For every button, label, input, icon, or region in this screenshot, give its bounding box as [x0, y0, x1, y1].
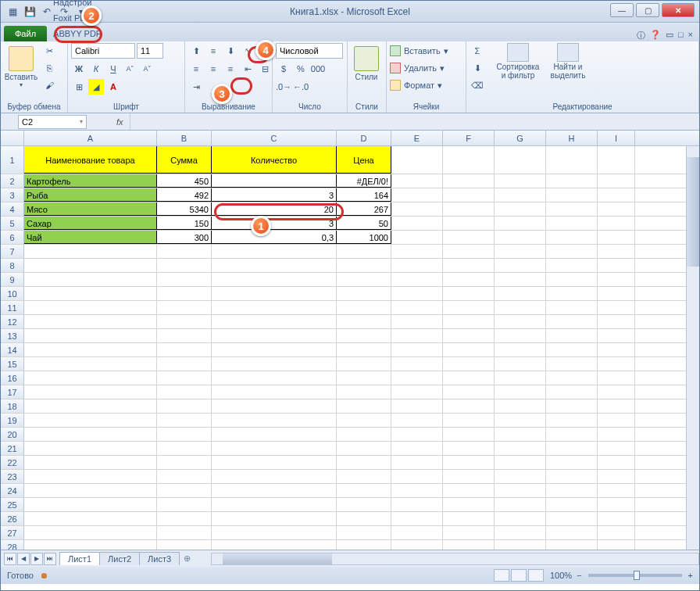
cell[interactable] — [391, 512, 443, 525]
cell[interactable] — [443, 442, 495, 455]
cell[interactable] — [337, 470, 391, 483]
new-sheet-button[interactable]: ⊕ — [179, 553, 195, 564]
cell[interactable]: 0,3 — [212, 231, 337, 244]
italic-button[interactable]: К — [88, 61, 104, 77]
delete-cells-button[interactable]: Удалить ▾ — [390, 60, 445, 76]
sheet-tab-Лист1[interactable]: Лист1 — [59, 552, 100, 565]
row-header[interactable]: 16 — [1, 371, 24, 385]
cell[interactable] — [546, 540, 598, 550]
cell[interactable] — [212, 414, 337, 427]
cell[interactable] — [598, 202, 635, 216]
cell[interactable] — [495, 287, 546, 300]
row-header[interactable]: 19 — [1, 414, 24, 427]
tab-abbyy pdf[interactable]: ABBYY PDF — [48, 26, 106, 41]
cell[interactable] — [546, 315, 598, 328]
cell[interactable] — [495, 484, 546, 497]
row-header[interactable]: 9 — [1, 273, 24, 286]
cell[interactable]: 1000 — [337, 231, 391, 244]
cell[interactable] — [495, 540, 546, 550]
cell[interactable] — [157, 428, 212, 441]
cell[interactable] — [443, 287, 495, 300]
cell[interactable] — [24, 357, 157, 371]
cell[interactable] — [495, 146, 546, 174]
fx-label[interactable]: fx — [116, 117, 123, 127]
cell[interactable] — [546, 259, 598, 272]
orientation-button[interactable]: ⤡ — [240, 43, 255, 59]
normal-view-button[interactable] — [494, 569, 509, 582]
cell[interactable] — [598, 174, 635, 188]
cell[interactable] — [337, 245, 391, 258]
spreadsheet-grid[interactable]: ABCDEFGHI 1Наименование товараСуммаКолич… — [1, 131, 699, 550]
cell[interactable]: 300 — [157, 231, 212, 244]
column-header-F[interactable]: F — [443, 131, 495, 145]
row-header[interactable]: 22 — [1, 456, 24, 469]
cell[interactable] — [546, 146, 598, 174]
decrease-indent-button[interactable]: ⇤ — [240, 61, 255, 77]
cell[interactable] — [443, 273, 495, 286]
cell[interactable] — [337, 414, 391, 427]
cell[interactable] — [24, 385, 157, 399]
cell[interactable] — [391, 329, 443, 342]
cell[interactable] — [546, 329, 598, 342]
cell[interactable] — [24, 371, 157, 385]
row-header[interactable]: 20 — [1, 428, 24, 441]
cell[interactable] — [443, 202, 495, 216]
cell[interactable] — [598, 428, 635, 441]
cell[interactable] — [598, 245, 635, 258]
cell[interactable] — [24, 498, 157, 511]
cell[interactable] — [546, 399, 598, 413]
cell[interactable] — [337, 315, 391, 328]
cell[interactable] — [598, 414, 635, 427]
cell[interactable]: Сахар — [24, 217, 157, 230]
cell[interactable] — [391, 484, 443, 497]
cell[interactable] — [391, 498, 443, 511]
sheet-nav-next[interactable]: ▶ — [30, 553, 43, 565]
cell[interactable] — [546, 188, 598, 202]
cell[interactable] — [546, 498, 598, 511]
row-header[interactable]: 1 — [1, 146, 24, 174]
cell[interactable] — [157, 259, 212, 272]
percent-button[interactable]: % — [293, 61, 309, 77]
cell[interactable]: 267 — [337, 202, 391, 216]
cell[interactable] — [443, 245, 495, 258]
cell[interactable] — [24, 245, 157, 258]
row-header[interactable]: 18 — [1, 399, 24, 413]
cell[interactable] — [598, 498, 635, 511]
row-header[interactable]: 6 — [1, 231, 24, 244]
cell[interactable]: 164 — [337, 188, 391, 202]
cell[interactable] — [546, 470, 598, 483]
cell[interactable] — [598, 146, 635, 174]
row-header[interactable]: 14 — [1, 343, 24, 356]
cell[interactable] — [495, 357, 546, 371]
cell[interactable] — [212, 287, 337, 300]
cell[interactable] — [598, 456, 635, 469]
cell[interactable] — [546, 273, 598, 286]
cell[interactable] — [157, 512, 212, 525]
row-header[interactable]: 28 — [1, 540, 24, 550]
cell[interactable] — [443, 329, 495, 342]
cell[interactable] — [391, 301, 443, 314]
cell[interactable] — [598, 385, 635, 399]
cell[interactable] — [443, 470, 495, 483]
cell[interactable] — [546, 456, 598, 469]
cell[interactable] — [157, 484, 212, 497]
cell[interactable] — [495, 301, 546, 314]
cell[interactable] — [157, 371, 212, 385]
copy-button[interactable]: ⎘ — [41, 60, 57, 76]
cell[interactable] — [212, 428, 337, 441]
border-button[interactable]: ⊞ — [71, 79, 87, 95]
cell[interactable]: 3 — [212, 217, 337, 230]
cell[interactable] — [337, 498, 391, 511]
cell[interactable] — [546, 202, 598, 216]
clear-button[interactable]: ⌫ — [470, 77, 485, 93]
cell[interactable] — [598, 399, 635, 413]
cell[interactable] — [598, 526, 635, 539]
maximize-button[interactable]: ▢ — [636, 3, 659, 17]
shrink-font-button[interactable]: A˅ — [140, 61, 155, 77]
cell[interactable] — [391, 357, 443, 371]
cell[interactable] — [598, 371, 635, 385]
name-box[interactable]: C2▾ — [18, 115, 87, 129]
cell[interactable] — [337, 385, 391, 399]
column-header-G[interactable]: G — [495, 131, 546, 145]
cell[interactable] — [495, 456, 546, 469]
